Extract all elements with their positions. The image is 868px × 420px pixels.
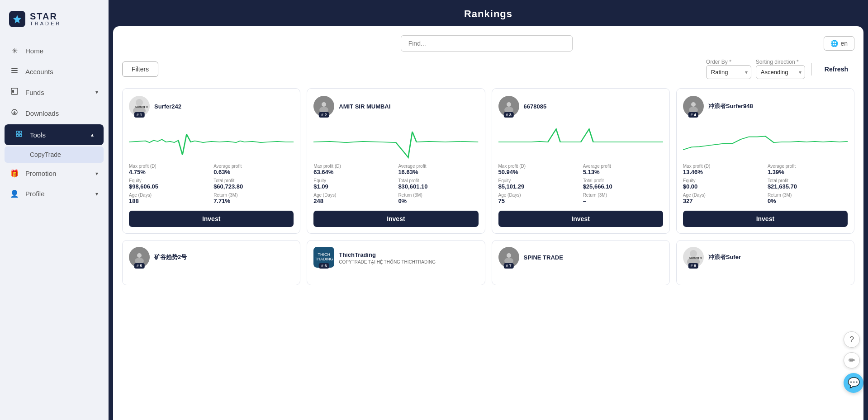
tools-arrow: ▴ bbox=[91, 132, 94, 138]
sidebar-item-downloads[interactable]: Downloads bbox=[0, 103, 108, 123]
trader-name-5: 矿谷趋势2号 bbox=[154, 253, 187, 261]
sidebar-item-promotion[interactable]: 🎁 Promotion ▾ bbox=[0, 163, 108, 184]
trader-card-2: # 2 AMIT SIR MUMBAI Max profit (D)63.64%… bbox=[307, 88, 485, 234]
rank-badge-8: # 8 bbox=[688, 263, 698, 269]
traders-grid: SurferFx # 1 Surfer242 Max profit (D) 4.… bbox=[122, 88, 854, 234]
stat-label: Age (Days) bbox=[129, 193, 209, 198]
rank-badge-5: # 5 bbox=[134, 263, 145, 269]
stat-value: 7.71% bbox=[213, 198, 294, 204]
sidebar-item-tools[interactable]: Tools ▴ bbox=[5, 124, 104, 145]
trader-card-8: SurferFx # 8 冲浪者Sufer bbox=[676, 240, 854, 285]
divider bbox=[811, 63, 812, 76]
stat-value: 0.63% bbox=[213, 169, 294, 175]
logo-name: STAR bbox=[30, 12, 61, 21]
stat-item: Average profit 0.63% bbox=[213, 164, 294, 175]
promotion-arrow: ▾ bbox=[95, 170, 98, 177]
downloads-icon bbox=[10, 109, 19, 118]
funds-icon bbox=[10, 88, 19, 97]
svg-rect-9 bbox=[19, 131, 22, 133]
sidebar-item-home[interactable]: ✳ Home bbox=[0, 41, 108, 61]
refresh-button[interactable]: Refresh bbox=[818, 62, 854, 76]
rank-badge-4: # 4 bbox=[688, 112, 698, 118]
order-by-select[interactable]: Rating Profit Age Equity bbox=[706, 65, 751, 79]
content-area: 🌐 en Filters Order By * Rating Profit Ag… bbox=[113, 26, 863, 420]
trader-card-3: # 3 6678085 Max profit (D)50.94% Average… bbox=[492, 88, 670, 234]
order-by-select-wrap: Rating Profit Age Equity bbox=[706, 65, 751, 79]
svg-rect-8 bbox=[16, 131, 19, 133]
svg-rect-10 bbox=[16, 134, 19, 137]
stat-value: 188 bbox=[129, 198, 209, 204]
rank-badge-7: # 7 bbox=[503, 263, 514, 269]
avatar-wrap-3: # 3 bbox=[498, 96, 519, 117]
chart-3 bbox=[498, 124, 663, 160]
stat-label: Average profit bbox=[213, 164, 294, 169]
svg-rect-11 bbox=[19, 134, 22, 137]
stat-item: Max profit (D) 4.75% bbox=[129, 164, 209, 175]
card-header-7: # 7 SPINE TRADE bbox=[498, 247, 663, 268]
accounts-icon bbox=[10, 67, 19, 76]
svg-text:SurferFx: SurferFx bbox=[135, 105, 148, 109]
main-area: Rankings 🌐 en Filters Order By * Rating bbox=[109, 0, 868, 420]
edit-icon[interactable]: ✏ bbox=[844, 352, 860, 368]
card-header-2: # 2 AMIT SIR MUMBAI bbox=[313, 96, 478, 117]
sidebar-nav: ✳ Home Accounts Funds ▾ Downloads bbox=[0, 36, 108, 420]
search-input[interactable] bbox=[401, 35, 573, 52]
trader-name-6: ThichTrading bbox=[339, 251, 376, 258]
trader-name-3: 6678085 bbox=[524, 103, 547, 110]
avatar-wrap-2: # 2 bbox=[313, 96, 334, 117]
stat-label: Equity bbox=[129, 178, 209, 183]
svg-rect-5 bbox=[12, 90, 14, 93]
svg-text:SurferFx: SurferFx bbox=[689, 256, 702, 260]
sidebar-item-funds[interactable]: Funds ▾ bbox=[0, 82, 108, 103]
help-icon[interactable]: ? bbox=[844, 331, 860, 348]
avatar-wrap-8: SurferFx # 8 bbox=[683, 247, 704, 268]
invest-button-1[interactable]: Invest bbox=[129, 211, 294, 227]
language-button[interactable]: 🌐 en bbox=[824, 36, 854, 51]
filters-button[interactable]: Filters bbox=[122, 61, 158, 77]
top-bar: 🌐 en bbox=[122, 35, 854, 52]
chart-4 bbox=[683, 124, 848, 160]
tools-icon bbox=[14, 130, 24, 139]
order-by-label: Order By * bbox=[706, 59, 751, 65]
promotion-icon: 🎁 bbox=[10, 169, 19, 178]
rank-badge-1: # 1 bbox=[134, 112, 145, 118]
sort-group: Order By * Rating Profit Age Equity Sort… bbox=[706, 59, 854, 79]
invest-button-2[interactable]: Invest bbox=[313, 211, 478, 227]
sorting-direction-select[interactable]: Ascending Descending bbox=[756, 65, 805, 79]
invest-button-4[interactable]: Invest bbox=[683, 211, 848, 227]
stat-value: $60,723.80 bbox=[213, 183, 294, 190]
svg-rect-3 bbox=[11, 72, 18, 73]
stat-item: Age (Days) 188 bbox=[129, 193, 209, 204]
card-header-4: # 4 冲浪者Surfer948 bbox=[683, 96, 848, 117]
filter-bar: Filters Order By * Rating Profit Age Equ… bbox=[122, 59, 854, 79]
trader-subtitle-6: COPYTRADE TẠI HỆ THỐNG THICHTRADING bbox=[339, 260, 436, 264]
trader-name-8: 冲浪者Sufer bbox=[708, 253, 741, 261]
lang-label: en bbox=[840, 40, 848, 47]
sidebar-item-accounts[interactable]: Accounts bbox=[0, 61, 108, 82]
search-wrap bbox=[154, 35, 819, 52]
stat-label: Max profit (D) bbox=[129, 164, 209, 169]
trader-name-1: Surfer242 bbox=[154, 103, 181, 110]
trader-name-2: AMIT SIR MUMBAI bbox=[339, 103, 390, 110]
right-side-icons: ? ✏ 💬 bbox=[844, 331, 863, 393]
svg-rect-1 bbox=[11, 68, 18, 69]
svg-point-17 bbox=[507, 102, 511, 107]
stat-value: $98,606.05 bbox=[129, 183, 209, 190]
trader-name-4: 冲浪者Surfer948 bbox=[708, 102, 753, 110]
sidebar-item-label: Promotion bbox=[25, 170, 56, 177]
card-header-5: # 5 矿谷趋势2号 bbox=[129, 247, 294, 268]
sorting-direction-label: Sorting direction * bbox=[756, 59, 805, 65]
sidebar-item-profile[interactable]: 👤 Profile ▾ bbox=[0, 184, 108, 204]
avatar-wrap-1: SurferFx # 1 bbox=[129, 96, 150, 117]
chat-icon[interactable]: 💬 bbox=[844, 373, 863, 393]
stats-3: Max profit (D)50.94% Average profit5.13%… bbox=[498, 164, 663, 204]
chart-1 bbox=[129, 124, 294, 160]
avatar-wrap-4: # 4 bbox=[683, 96, 704, 117]
stat-label: Total profit bbox=[213, 178, 294, 183]
bottom-traders-row: # 5 矿谷趋势2号 THICHTRADING # 6 ThichTrading bbox=[122, 240, 854, 285]
sidebar-item-copytrade[interactable]: CopyTrade bbox=[5, 146, 104, 163]
card-header-6: THICHTRADING # 6 ThichTrading COPYTRADE … bbox=[313, 247, 478, 268]
invest-button-3[interactable]: Invest bbox=[498, 211, 663, 227]
sidebar-item-label: Profile bbox=[25, 190, 45, 198]
svg-point-19 bbox=[691, 102, 696, 107]
